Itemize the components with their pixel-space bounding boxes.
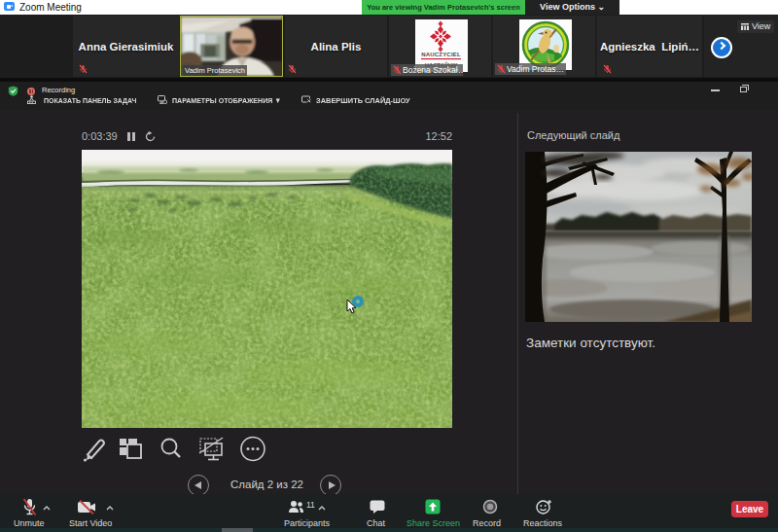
- svg-text:NAUCZYCIEL: NAUCZYCIEL: [421, 52, 461, 57]
